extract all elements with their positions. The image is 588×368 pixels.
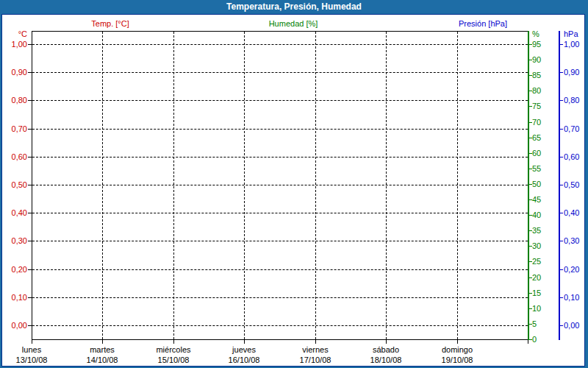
x-axis-date-label: 18/10/08 (370, 355, 402, 365)
x-axis-date-label: 15/10/08 (158, 355, 190, 365)
humidity-axis-tick-label: 30 (532, 241, 541, 251)
humidity-axis-tick-label: 35 (532, 225, 541, 236)
pressure-axis-tick (560, 129, 563, 130)
pressure-axis-tick-label: 1,00 (564, 39, 579, 49)
h-gridline (32, 157, 528, 158)
plot-border-top (32, 31, 528, 32)
humidity-axis-tick-label: 95 (532, 39, 541, 49)
legend-label-temperature: Temp. [°C] (91, 19, 129, 28)
pressure-axis-tick-label: 0,90 (564, 67, 579, 77)
plot-border-bottom (32, 339, 528, 340)
pressure-axis-tick (560, 241, 563, 241)
pressure-axis-tick (560, 185, 563, 185)
humidity-axis-tick-label: 40 (532, 210, 541, 220)
chart-plot-area: Temp. [°C] Humedad [%] Presión [hPa] 1,0… (0, 0, 588, 368)
temperature-axis-tick-label: 0,40 (2, 208, 27, 218)
pressure-axis-tick-label: 0,20 (564, 264, 579, 275)
x-axis-weekday-label: jueves (232, 344, 256, 355)
h-gridline (32, 325, 528, 326)
h-gridline (32, 213, 528, 213)
x-axis-weekday-label: miércoles (156, 344, 190, 355)
pressure-axis-tick-label: 0,30 (564, 236, 579, 246)
x-axis-tick (173, 340, 174, 344)
humidity-axis-tick-label: 15 (532, 288, 541, 298)
humidity-axis-tick-label: 80 (532, 85, 541, 96)
temperature-axis-tick-label: 0,50 (2, 180, 27, 190)
humidity-axis-tick-label: 60 (532, 148, 541, 158)
pressure-axis-tick-label: 0,40 (564, 208, 579, 218)
v-gridline (386, 32, 387, 339)
pressure-axis-tick (560, 157, 563, 158)
x-axis-tick (32, 340, 32, 344)
humidity-axis-line (528, 31, 529, 340)
h-gridline (32, 44, 528, 45)
pressure-axis-tick-label: 0,80 (564, 95, 579, 105)
pressure-axis-tick-label: 0,10 (564, 292, 579, 302)
v-gridline (457, 32, 458, 339)
x-axis-date-label: 13/10/08 (16, 355, 48, 365)
x-axis-tick (102, 340, 103, 344)
temperature-axis-tick-label: 0,30 (2, 236, 27, 246)
x-axis-tick (528, 340, 528, 344)
pressure-axis-line (559, 31, 560, 340)
humidity-axis-tick-label: 70 (532, 117, 541, 127)
temperature-axis-tick-label: 0,80 (2, 95, 27, 105)
v-gridline (244, 32, 245, 339)
pressure-axis-tick-label: 0,50 (564, 180, 579, 190)
temperature-axis-tick-label: 0,20 (2, 264, 27, 275)
temperature-axis-tick-label: 0,70 (2, 124, 27, 134)
pressure-axis-tick (560, 72, 563, 73)
humidity-axis-tick-label: 20 (532, 272, 541, 283)
temperature-axis-tick-label: 0,00 (2, 320, 27, 330)
temperature-axis-unit-label: °C (2, 29, 27, 39)
humidity-axis-tick-label: 5 (532, 319, 537, 329)
temperature-axis-tick-label: 1,00 (2, 39, 27, 49)
v-gridline (173, 32, 174, 339)
pressure-axis-tick (560, 297, 563, 298)
legend-label-humidity: Humedad [%] (269, 19, 318, 28)
x-axis-weekday-label: sábado (373, 344, 399, 355)
x-axis-tick (457, 340, 458, 344)
x-axis-weekday-label: lunes (22, 344, 41, 355)
pressure-axis-unit-label: hPa (564, 29, 578, 39)
humidity-axis-tick-label: 55 (532, 163, 541, 174)
x-axis-date-label: 17/10/08 (300, 355, 331, 365)
h-gridline (32, 72, 528, 73)
temperature-axis-tick-label: 0,60 (2, 152, 27, 162)
h-gridline (32, 269, 528, 270)
temperature-axis-tick-label: 0,90 (2, 67, 27, 77)
humidity-axis-tick-label: 65 (532, 132, 541, 143)
humidity-axis-tick-label: 45 (532, 194, 541, 205)
x-axis-date-label: 14/10/08 (87, 355, 118, 365)
pressure-axis-tick (560, 100, 563, 101)
x-axis-weekday-label: viernes (302, 344, 328, 355)
h-gridline (32, 129, 528, 130)
humidity-axis-tick-label: 85 (532, 70, 541, 80)
temperature-axis-tick-label: 0,10 (2, 292, 27, 302)
pressure-axis-tick (560, 269, 563, 270)
v-gridline (102, 32, 103, 339)
humidity-axis-tick-label: 0 (532, 334, 537, 344)
pressure-axis-tick-label: 0,60 (564, 152, 579, 162)
x-axis-tick (386, 340, 387, 344)
humidity-axis-tick-label: 25 (532, 256, 541, 266)
humidity-axis-tick-label: 50 (532, 179, 541, 189)
humidity-axis-tick-label: 75 (532, 101, 541, 111)
legend-label-pressure: Presión [hPa] (459, 19, 507, 28)
humidity-axis-unit-label: % (532, 29, 539, 39)
pressure-axis-tick (560, 213, 563, 213)
plot-border-left (32, 31, 32, 340)
x-axis-date-label: 19/10/08 (442, 355, 473, 365)
pressure-axis-tick (560, 325, 563, 326)
humidity-axis-tick-label: 90 (532, 54, 541, 65)
pressure-axis-tick-label: 0,70 (564, 124, 579, 134)
x-axis-weekday-label: domingo (442, 344, 473, 355)
x-axis-date-label: 16/10/08 (229, 355, 260, 365)
x-axis-tick (315, 340, 316, 344)
h-gridline (32, 100, 528, 101)
humidity-axis-tick-label: 10 (532, 303, 541, 314)
h-gridline (32, 185, 528, 185)
x-axis-weekday-label: martes (90, 344, 115, 355)
h-gridline (32, 241, 528, 241)
v-gridline (315, 32, 316, 339)
